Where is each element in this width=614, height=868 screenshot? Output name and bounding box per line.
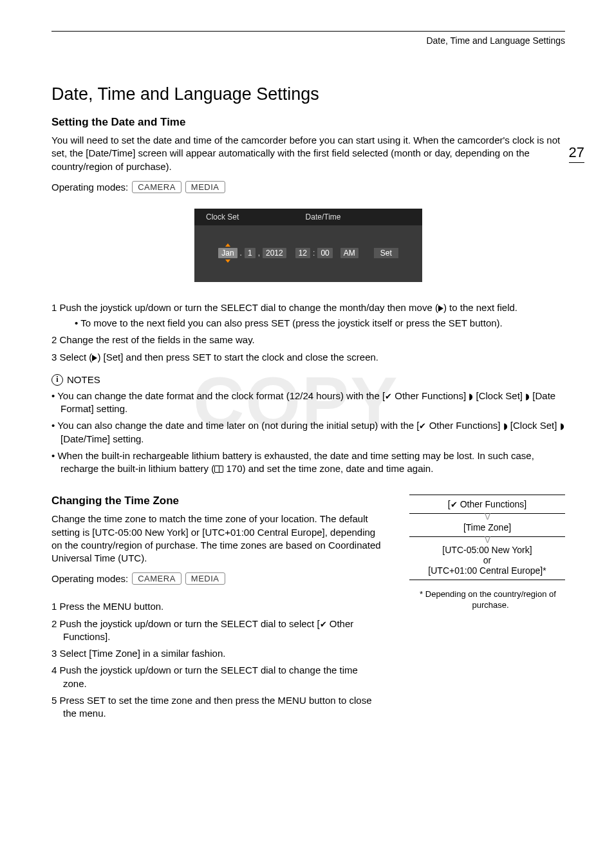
text: 3 Select ( — [51, 352, 92, 363]
note-1: You can change the date format and the c… — [51, 390, 565, 416]
menu-footnote: * Depending on the country/region of pur… — [409, 589, 565, 611]
mode-camera: CAMERA — [132, 572, 181, 585]
ss-day: 1 — [245, 248, 256, 258]
menu-path-row: [Time Zone] — [409, 518, 565, 536]
text: [Clock Set] — [508, 420, 560, 431]
ss-tab-clock-set: Clock Set — [200, 211, 245, 223]
ss-month: Jan — [218, 248, 237, 258]
ss-set-button: Set — [374, 248, 398, 258]
ss-sep: : — [313, 249, 315, 258]
ss-year: 2012 — [263, 248, 286, 258]
step-3: 3 Select () [Set] and then press SET to … — [51, 351, 565, 364]
wrench-icon: ✔ — [419, 421, 426, 431]
text: Other Functions] — [458, 499, 526, 509]
note-2: You can also change the date and time la… — [51, 419, 565, 446]
info-icon: i — [51, 374, 63, 386]
notes-heading: i NOTES — [51, 374, 565, 386]
text: [UTC+01:00 Central Europe]* — [411, 565, 564, 576]
section1-intro: You will need to set the date and time o… — [51, 134, 565, 173]
wrench-icon: ✔ — [320, 619, 327, 629]
step-1: 1 Press the MENU button. — [51, 600, 384, 613]
ss-tab-date-time: Date/Time — [299, 211, 348, 223]
modes-label: Operating modes: — [51, 573, 128, 584]
ss-min: 00 — [317, 248, 332, 258]
step-3: 3 Select [Time Zone] in a similar fashio… — [51, 647, 384, 660]
right-arrow-icon — [438, 305, 443, 312]
step-2: 2 Change the rest of the fields in the s… — [51, 334, 565, 346]
step-1: 1 Push the joystick up/down or turn the … — [51, 301, 565, 330]
nav-arrow-icon: ◗ — [560, 421, 564, 431]
book-icon — [214, 466, 223, 473]
running-head: Date, Time and Language Settings — [51, 35, 565, 46]
ss-ampm: AM — [340, 248, 358, 258]
menu-path-box: [✔ Other Functions] ⋁ [Time Zone] ⋁ [UTC… — [409, 495, 565, 611]
text: 2 Push the joystick up/down or turn the … — [51, 618, 320, 629]
step-4: 4 Push the joystick up/down or turn the … — [51, 664, 384, 690]
up-arrow-icon — [225, 243, 230, 247]
down-arrow-icon — [225, 259, 230, 263]
nav-arrow-icon: ◗ — [503, 421, 508, 431]
down-chevron-icon: ⋁ — [409, 537, 565, 542]
text: [UTC-05:00 New York] — [411, 545, 564, 555]
text: ) to the next field. — [443, 302, 517, 313]
notes-label: NOTES — [67, 374, 100, 385]
text: ) [Set] and then press SET to start the … — [97, 352, 378, 363]
text: You can also change the date and time la… — [57, 420, 419, 431]
modes-label: Operating modes: — [51, 182, 128, 193]
section1-heading: Setting the Date and Time — [51, 116, 565, 129]
page-title: Date, Time and Language Settings — [51, 84, 565, 104]
text: Other Functions] — [392, 390, 469, 401]
step-5: 5 Press SET to set the time zone and the… — [51, 694, 384, 721]
page-content: Date, Time and Language Settings 27 Date… — [0, 0, 614, 756]
ss-sep: . — [240, 249, 242, 258]
section2-steps: 1 Press the MENU button. 2 Push the joys… — [51, 600, 384, 720]
text: [Clock Set] — [473, 390, 525, 401]
section2-heading: Changing the Time Zone — [51, 495, 384, 507]
clock-set-screenshot: Clock Set Date/Time Jan . 1 , 2012 12 : … — [194, 209, 422, 282]
text: 170) and set the time zone, date and tim… — [223, 463, 433, 474]
section1-steps: 1 Push the joystick up/down or turn the … — [51, 301, 565, 364]
section2-intro: Change the time zone to match the time z… — [51, 513, 384, 565]
step-1-sub: • To move to the next field you can also… — [75, 317, 565, 330]
text: or — [411, 555, 564, 565]
page-number: 27 — [569, 144, 584, 163]
text: You can change the date format and the c… — [57, 390, 385, 401]
text: Other Functions] — [426, 420, 503, 431]
text: [Date/Time] setting. — [60, 433, 144, 444]
ss-hour: 12 — [295, 248, 310, 258]
wrench-icon: ✔ — [451, 500, 458, 509]
down-chevron-icon: ⋁ — [409, 514, 565, 518]
notes-list: You can change the date format and the c… — [51, 390, 565, 476]
note-3: When the built-in rechargeable lithium b… — [51, 449, 565, 476]
operating-modes-row-1: Operating modes: CAMERA MEDIA — [51, 181, 565, 193]
ss-sep: , — [258, 249, 260, 258]
mode-media: MEDIA — [185, 572, 225, 585]
text: 1 Push the joystick up/down or turn the … — [51, 302, 438, 313]
mode-camera: CAMERA — [132, 181, 181, 193]
mode-media: MEDIA — [185, 181, 225, 193]
operating-modes-row-2: Operating modes: CAMERA MEDIA — [51, 572, 384, 585]
step-2: 2 Push the joystick up/down or turn the … — [51, 618, 384, 644]
menu-path-row: [UTC-05:00 New York] or [UTC+01:00 Centr… — [409, 541, 565, 580]
wrench-icon: ✔ — [385, 392, 392, 401]
